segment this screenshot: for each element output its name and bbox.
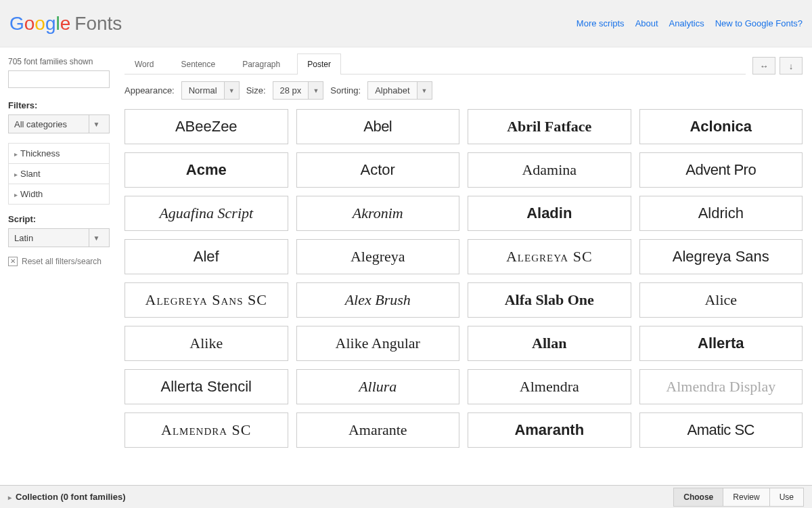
appearance-value: Normal	[181, 81, 225, 100]
sorting-value: Alphabet	[367, 81, 417, 100]
filters-label: Filters:	[8, 100, 108, 110]
download-button[interactable]: ↓	[780, 57, 803, 75]
sorting-dropdown[interactable]: Alphabet ▼	[367, 81, 432, 100]
font-name: Aladin	[526, 205, 572, 222]
font-card[interactable]: Almendra Display	[639, 369, 803, 404]
font-name: Amaranth	[514, 421, 584, 439]
font-name: Akronim	[353, 205, 403, 222]
families-count: 705 font families shown	[8, 57, 108, 66]
font-card[interactable]: Aladin	[468, 196, 631, 231]
tab-sentence[interactable]: Sentence	[171, 54, 225, 75]
reset-filters[interactable]: ✕ Reset all filters/search	[8, 257, 108, 266]
font-card[interactable]: Akronim	[296, 196, 460, 231]
script-label: Script:	[8, 214, 108, 224]
close-icon: ✕	[8, 257, 18, 266]
font-card[interactable]: Allan	[468, 326, 631, 361]
font-name: Allan	[532, 335, 566, 352]
font-card[interactable]: Alegreya Sans SC	[125, 282, 288, 318]
toolbar: ↔ ↓	[752, 57, 803, 75]
font-grid: ABeeZeeAbelAbril FatfaceAclonicaAcmeActo…	[125, 109, 803, 448]
font-card[interactable]: Alfa Slab One	[468, 282, 631, 318]
font-card[interactable]: Advent Pro	[639, 152, 803, 188]
filter-item[interactable]: Width	[9, 184, 109, 204]
view-tabs: WordSentenceParagraphPoster	[125, 53, 746, 75]
font-card[interactable]: Alegreya SC	[468, 239, 631, 274]
font-card[interactable]: Abel	[296, 109, 460, 144]
header-link[interactable]: Analytics	[669, 18, 704, 28]
font-name: Acme	[186, 161, 227, 179]
font-card[interactable]: Actor	[296, 152, 460, 188]
sidebar: 705 font families shown Filters: All cat…	[0, 47, 115, 488]
header-link[interactable]: New to Google Fonts?	[715, 18, 803, 28]
font-name: Almendra SC	[161, 421, 251, 439]
link-button[interactable]: ↔	[752, 57, 775, 75]
font-card[interactable]: Aclonica	[639, 109, 803, 144]
font-name: Alike Angular	[336, 335, 420, 352]
sorting-label: Sorting:	[330, 85, 361, 96]
font-name: Advent Pro	[685, 161, 756, 179]
appearance-dropdown[interactable]: Normal ▼	[181, 81, 240, 100]
font-card[interactable]: Amaranth	[468, 412, 631, 448]
footer: Collection (0 font families) ChooseRevie…	[0, 485, 812, 488]
choose-button[interactable]: Choose	[673, 488, 723, 489]
size-dropdown[interactable]: 28 px ▼	[273, 81, 324, 100]
font-card[interactable]: Allerta	[639, 326, 803, 361]
font-card[interactable]: Amatic SC	[639, 412, 803, 448]
font-card[interactable]: Abril Fatface	[468, 109, 631, 144]
script-value: Latin	[14, 233, 33, 243]
font-name: Allerta Stencil	[160, 378, 252, 396]
font-name: Abril Fatface	[507, 118, 591, 135]
font-name: Alegreya Sans	[673, 248, 769, 266]
review-button[interactable]: Review	[723, 488, 769, 489]
reset-label: Reset all filters/search	[22, 257, 102, 266]
font-card[interactable]: Almendra SC	[125, 412, 288, 448]
google-fonts-logo[interactable]: Google Fonts	[9, 13, 122, 35]
script-dropdown[interactable]: Latin ▼	[8, 228, 110, 247]
font-card[interactable]: Adamina	[468, 152, 631, 188]
font-card[interactable]: Alike	[125, 326, 288, 361]
size-label: Size:	[246, 85, 266, 96]
font-name: Actor	[361, 161, 395, 179]
font-name: Almendra Display	[666, 378, 775, 396]
chevron-down-icon: ▼	[89, 229, 104, 247]
font-name: Aldrich	[698, 205, 744, 222]
font-card[interactable]: Alike Angular	[296, 326, 460, 361]
search-input[interactable]	[8, 70, 110, 88]
tab-paragraph[interactable]: Paragraph	[232, 54, 290, 75]
download-icon: ↓	[789, 61, 794, 71]
font-name: Adamina	[522, 161, 577, 179]
font-card[interactable]: Allura	[296, 369, 460, 404]
font-card[interactable]: Alice	[639, 282, 803, 318]
font-name: Alice	[704, 291, 737, 309]
font-card[interactable]: Alegreya	[296, 239, 460, 274]
font-card[interactable]: Alef	[125, 239, 288, 274]
font-name: Alegreya	[351, 248, 405, 266]
font-name: Aclonica	[690, 118, 752, 135]
header-link[interactable]: More scripts	[577, 18, 625, 28]
filter-item[interactable]: Slant	[9, 163, 109, 184]
font-name: Alfa Slab One	[505, 291, 594, 309]
font-name: Aguafina Script	[159, 205, 253, 222]
tab-poster[interactable]: Poster	[297, 54, 341, 75]
header-link[interactable]: About	[635, 18, 658, 28]
font-card[interactable]: Alex Brush	[296, 282, 460, 318]
font-name: Alex Brush	[345, 291, 411, 309]
appearance-label: Appearance:	[125, 85, 175, 96]
chevron-down-icon: ▼	[418, 81, 432, 100]
font-card[interactable]: Alegreya Sans	[639, 239, 803, 274]
font-name: Allura	[359, 378, 397, 396]
font-card[interactable]: ABeeZee	[125, 109, 288, 144]
font-card[interactable]: Amarante	[296, 412, 460, 448]
categories-dropdown[interactable]: All categories ▼	[8, 114, 110, 133]
font-card[interactable]: Almendra	[468, 369, 631, 404]
chevron-down-icon: ▼	[309, 81, 323, 100]
font-name: ABeeZee	[175, 118, 238, 135]
font-card[interactable]: Acme	[125, 152, 288, 188]
filter-item[interactable]: Thickness	[9, 144, 109, 163]
font-card[interactable]: Aldrich	[639, 196, 803, 231]
font-card[interactable]: Aguafina Script	[125, 196, 288, 231]
header-links: More scriptsAboutAnalyticsNew to Google …	[577, 18, 803, 28]
use-button[interactable]: Use	[769, 488, 804, 489]
tab-word[interactable]: Word	[125, 54, 164, 75]
font-card[interactable]: Allerta Stencil	[125, 369, 288, 404]
